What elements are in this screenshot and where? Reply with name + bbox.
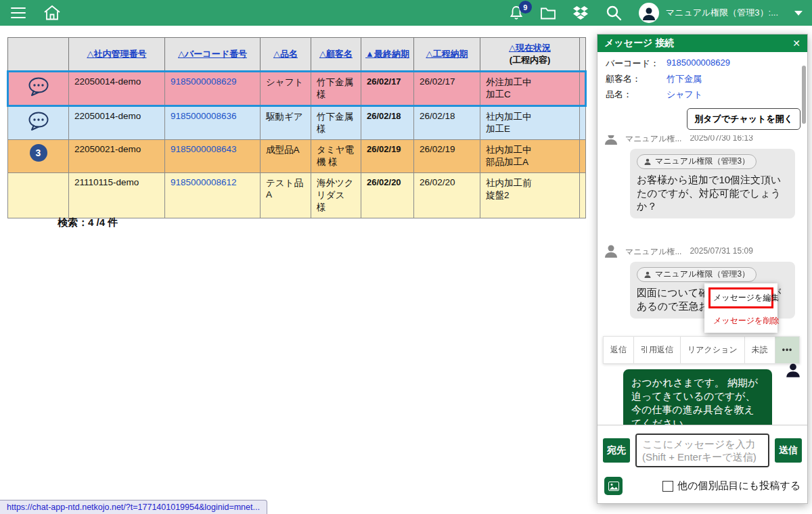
- info-label-barcode: バーコード：: [606, 57, 667, 70]
- header-barcode-no[interactable]: △バーコード番号: [178, 49, 247, 59]
- delete-message-menu-item[interactable]: メッセージを削除: [708, 308, 773, 329]
- info-value-barcode: 9185000008629: [667, 57, 730, 70]
- cell-status-line2: 旋盤2: [486, 189, 574, 202]
- header-current-status-sub: (工程内容): [482, 54, 577, 66]
- self-avatar-icon: [784, 361, 802, 381]
- sender-avatar-icon: [603, 243, 619, 262]
- barcode-link[interactable]: 9185000008643: [171, 144, 237, 154]
- person-icon: [644, 271, 652, 279]
- cell-status-line1: 外注加工中: [486, 76, 574, 89]
- edit-message-menu-item[interactable]: メッセージを編集: [708, 287, 773, 308]
- attach-image-icon[interactable]: [604, 477, 623, 495]
- mark-unread-button[interactable]: 未読: [744, 337, 775, 363]
- chat-item-info: バーコード：9185000008629 顧客名：竹下金属 品名：シャフト: [597, 52, 807, 106]
- chat-scrollbar-thumb[interactable]: [802, 66, 806, 124]
- header-final-due[interactable]: ▲最終納期: [365, 49, 409, 59]
- header-current-status[interactable]: △現在状況: [509, 43, 551, 53]
- cell-final-due: 26/02/18: [361, 106, 414, 140]
- cell-management-no: 21110115-demo: [69, 173, 165, 218]
- chevron-down-icon[interactable]: [794, 11, 803, 16]
- header-process-due[interactable]: △工程納期: [426, 49, 468, 59]
- message-sender-name: マニュアル権...: [625, 135, 681, 145]
- table-row[interactable]: 3 22050021-demo 9185000008643 成型品A タミヤ電機…: [8, 140, 586, 173]
- table-row[interactable]: 21110115-demo 9185000008612 テスト品A 海外ツクリダ…: [8, 173, 586, 218]
- info-label-customer: 顧客名：: [606, 73, 667, 85]
- notification-count-badge: 9: [519, 1, 532, 14]
- user-menu[interactable]: マニュアル権限（管理3）:...: [639, 3, 778, 23]
- table-row[interactable]: 22050014-demo 9185000008636 駆動ギア 竹下金属 様 …: [8, 106, 586, 140]
- chat-bubble-icon[interactable]: [27, 89, 50, 99]
- author-badge: マニュアル権限（管理3）: [637, 154, 757, 169]
- cell-customer-name: 海外ツクリダス 様: [311, 173, 361, 218]
- reply-button[interactable]: 返信: [604, 337, 633, 363]
- cell-management-no: 22050014-demo: [69, 106, 165, 140]
- recipient-button[interactable]: 宛先: [603, 438, 630, 463]
- barcode-link[interactable]: 9185000008612: [171, 177, 237, 187]
- table-header-row: △社内管理番号 △バーコード番号 △品名 △顧客名 ▲最終納期 △工程納期 △現…: [8, 38, 586, 72]
- message-timestamp: 2025/07/30 16:13: [690, 135, 752, 145]
- sender-avatar-icon: [603, 135, 619, 149]
- search-icon[interactable]: [605, 4, 623, 22]
- cell-management-no: 22050014-demo: [69, 72, 165, 106]
- search-result-count: 検索：4 /4 件: [58, 216, 118, 229]
- message-context-menu: メッセージを編集 メッセージを削除: [704, 283, 777, 333]
- chat-message-outgoing: おつかれさまです。 納期が迫ってきているのですが、今の仕事の進み具合を教えてくだ…: [603, 369, 802, 425]
- cell-status-line2: 加工E: [486, 123, 574, 135]
- header-customer-name[interactable]: △顧客名: [319, 49, 353, 59]
- table-row[interactable]: 22050014-demo 9185000008629 シャフト 竹下金属 様 …: [8, 72, 586, 106]
- barcode-link[interactable]: 9185000008629: [171, 76, 237, 87]
- cell-status-line1: 社内加工中: [486, 111, 574, 123]
- header-product-name[interactable]: △品名: [273, 49, 298, 59]
- cell-sliver: [580, 173, 586, 218]
- user-name-label: マニュアル権限（管理3）:...: [666, 7, 778, 19]
- chat-message: マニュアル権... 2025/07/31 15:09 マニュアル権限（管理3） …: [603, 243, 802, 363]
- dropbox-icon[interactable]: [572, 5, 589, 20]
- cell-final-due: 26/02/20: [361, 173, 414, 218]
- cell-management-no: 22050021-demo: [69, 140, 165, 173]
- chat-messages-area: マニュアル権... 2025/07/30 16:13 マニュアル権限（管理3） …: [597, 135, 807, 425]
- orders-table: △社内管理番号 △バーコード番号 △品名 △顧客名 ▲最終納期 △工程納期 △現…: [7, 37, 587, 218]
- cell-customer-name: 竹下金属 様: [311, 106, 361, 140]
- author-badge: マニュアル権限（管理3）: [637, 267, 757, 282]
- message-timestamp: 2025/07/31 15:09: [690, 246, 752, 258]
- post-other-items-label: 他の個別品目にも投稿する: [677, 480, 800, 492]
- send-button[interactable]: 送信: [775, 438, 802, 463]
- info-label-product: 品名：: [606, 89, 667, 101]
- close-icon[interactable]: ✕: [792, 38, 800, 49]
- cell-sliver: [580, 106, 586, 140]
- folder-icon[interactable]: [540, 6, 556, 20]
- composer-footer: 他の個別品目にも投稿する: [597, 475, 807, 503]
- message-bubble[interactable]: マニュアル権限（管理3） お客様から追加で10個注文頂いたのですが、対応可能でし…: [630, 149, 795, 218]
- topbar: 9 マニュアル権限（管理3）:...: [0, 0, 812, 26]
- unread-count-badge[interactable]: 3: [30, 144, 47, 162]
- cell-final-due: 26/02/19: [361, 140, 414, 173]
- cell-customer-name: 竹下金属 様: [311, 72, 361, 106]
- reaction-button[interactable]: リアクション: [680, 337, 744, 363]
- info-value-customer: 竹下金属: [667, 73, 702, 85]
- cell-final-due: 26/02/17: [361, 72, 414, 106]
- cell-sliver: [580, 72, 586, 106]
- cell-sliver: [580, 140, 586, 173]
- message-composer: 宛先 送信: [597, 425, 807, 475]
- cell-process-due: 26/02/18: [414, 106, 480, 140]
- cell-status-line2: 部品加工A: [486, 156, 574, 168]
- open-chat-new-tab-button[interactable]: 別タブでチャットを開く: [687, 108, 800, 130]
- menu-icon[interactable]: [11, 7, 26, 18]
- message-input[interactable]: [635, 434, 769, 467]
- barcode-link[interactable]: 9185000008636: [171, 111, 237, 121]
- chat-bubble-icon[interactable]: [27, 123, 50, 133]
- cell-process-due: 26/02/20: [414, 173, 480, 218]
- cell-status-line1: 社内加工前: [486, 177, 574, 189]
- person-icon: [644, 158, 652, 166]
- notifications-bell-icon[interactable]: 9: [509, 5, 524, 21]
- cell-status-line1: 社内加工中: [486, 144, 574, 156]
- quote-reply-button[interactable]: 引用返信: [633, 337, 680, 363]
- chat-message: マニュアル権... 2025/07/30 16:13 マニュアル権限（管理3） …: [603, 135, 802, 218]
- cell-product-name: 駆動ギア: [261, 106, 311, 140]
- home-icon[interactable]: [43, 5, 61, 21]
- post-other-items-checkbox[interactable]: [662, 481, 673, 492]
- message-text: お客様から追加で10個注文頂いたのですが、対応可能でしょうか？: [637, 173, 788, 213]
- header-management-no[interactable]: △社内管理番号: [87, 49, 147, 59]
- message-bubble-outgoing[interactable]: おつかれさまです。 納期が迫ってきているのですが、今の仕事の進み具合を教えてくだ…: [623, 369, 772, 425]
- more-options-button[interactable]: •••: [775, 337, 800, 363]
